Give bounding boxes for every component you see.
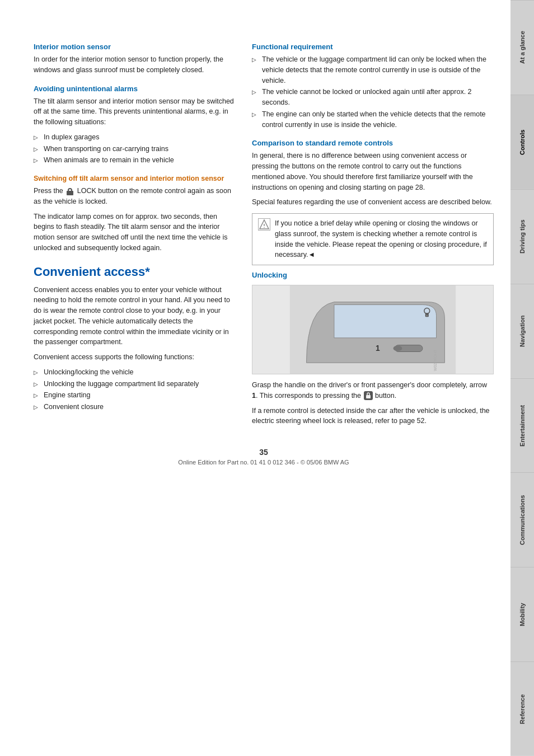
comparison-heading: Comparison to standard remote controls [252,139,494,147]
switching-off-section: Switching off tilt alarm sensor and inte… [34,175,235,253]
sidebar-tab-at-a-glance[interactable]: At a glance [510,0,534,95]
switching-off-para1: Press the LOCK button on the remote cont… [34,186,235,207]
page-number: 35 [34,448,494,457]
sidebar-tab-controls[interactable]: Controls [510,95,534,189]
unlocking-section: Unlocking [252,271,494,426]
sidebar-tab-communications[interactable]: Communications [510,472,534,567]
unlocking-caption1: Grasp the handle on the driver's or fron… [252,380,494,401]
list-item: The vehicle or the luggage compartment l… [252,54,494,86]
note-box: If you notice a brief delay while openin… [252,213,494,265]
functional-req-list: The vehicle or the luggage compartment l… [252,54,494,130]
interior-motion-section: Interior motion sensor In order for the … [34,43,235,76]
list-item: Convenient closure [34,402,235,412]
svg-rect-1 [68,189,72,192]
convenient-access-intro2: Convenient access supports the following… [34,352,235,363]
sidebar-tab-reference[interactable]: Reference [510,661,534,756]
interior-motion-body: In order for the interior motion sensor … [34,54,235,76]
list-item: Engine starting [34,390,235,401]
left-column: Interior motion sensor In order for the … [34,34,235,431]
avoiding-alarms-list: In duplex garages When transporting on c… [34,132,235,166]
sidebar-tab-entertainment[interactable]: Entertainment [510,378,534,473]
list-item: When transporting on car-carrying trains [34,144,235,154]
sidebar-tab-driving-tips[interactable]: Driving tips [510,189,534,284]
svg-text:W02PKOHT: W02PKOHT [433,349,437,371]
svg-point-4 [264,227,265,228]
footer: 35 Online Edition for Part no. 01 41 0 0… [34,448,494,466]
note-text: If you notice a brief delay while openin… [275,218,488,260]
sidebar: At a glance Controls Driving tips Naviga… [510,0,534,756]
convenient-access-intro: Convenient access enables you to enter y… [34,285,235,348]
convenient-access-list: Unlocking/locking the vehicle Unlocking … [34,367,235,412]
footer-text: Online Edition for Part no. 01 41 0 012 … [178,459,349,466]
right-column: Functional requirement The vehicle or th… [252,34,494,431]
convenient-access-section: Convenient access* Convenient access ena… [34,265,235,412]
switching-off-para2: The indicator lamp comes on for approx. … [34,212,235,253]
svg-text:1: 1 [376,344,380,353]
lock-icon [65,187,77,195]
list-item: In duplex garages [34,132,235,143]
unlocking-image: 1 W02PKOHT [252,285,494,374]
unlocking-heading: Unlocking [252,271,494,279]
list-item: Unlocking the luggage compartment lid se… [34,379,235,389]
comparison-body2: Special features regarding the use of co… [252,197,494,208]
list-item: When animals are to remain in the vehicl… [34,155,235,166]
unlocking-caption2: If a remote control is detected inside t… [252,406,494,427]
switching-off-heading: Switching off tilt alarm sensor and inte… [34,175,235,182]
functional-req-section: Functional requirement The vehicle or th… [252,43,494,130]
avoiding-alarms-heading: Avoiding unintentional alarms [34,84,235,93]
unlock-btn-icon [363,392,375,400]
list-item: The vehicle cannot be locked or unlocked… [252,87,494,108]
interior-motion-heading: Interior motion sensor [34,43,235,51]
functional-req-heading: Functional requirement [252,43,494,51]
comparison-body1: In general, there is no difference betwe… [252,151,494,192]
convenient-access-heading: Convenient access* [34,265,235,279]
note-icon [258,218,270,231]
avoiding-alarms-body: The tilt alarm sensor and interior motio… [34,96,235,128]
page-container: Interior motion sensor In order for the … [0,0,534,756]
columns: Interior motion sensor In order for the … [34,34,494,431]
list-item: Unlocking/locking the vehicle [34,367,235,378]
sidebar-tab-mobility[interactable]: Mobility [510,567,534,661]
sidebar-tab-navigation[interactable]: Navigation [510,284,534,378]
main-content: Interior motion sensor In order for the … [0,0,510,756]
list-item: The engine can only be started when the … [252,109,494,130]
avoiding-alarms-section: Avoiding unintentional alarms The tilt a… [34,84,235,166]
comparison-section: Comparison to standard remote controls I… [252,139,494,265]
svg-point-7 [394,346,402,351]
